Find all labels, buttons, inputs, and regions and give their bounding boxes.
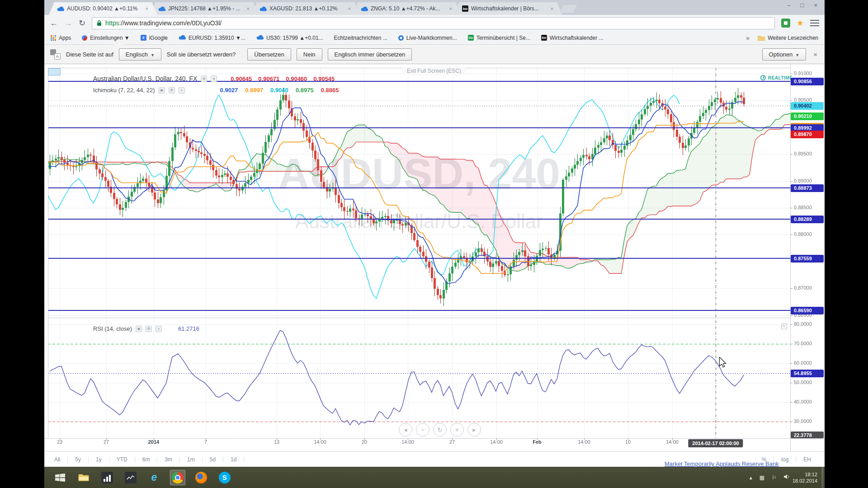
bookmark-item[interactable]: 8iGoogle <box>141 35 168 41</box>
gear-icon[interactable]: ⚙ <box>169 87 175 94</box>
bookmark-item[interactable]: US30: 15799 ▲+0.01... <box>256 35 323 41</box>
price-badge: 0.88289 <box>791 216 824 223</box>
axis-tick-label: 60.0000 <box>794 360 812 366</box>
chart-corner-widget[interactable] <box>48 68 61 75</box>
tab-close-icon[interactable]: × <box>550 6 554 11</box>
range-button[interactable]: YTD <box>109 456 135 463</box>
news-headline-link[interactable]: Market Temporarily Applauds Reserve Bank <box>665 460 779 467</box>
translate-icon: A <box>50 49 61 60</box>
time-axis[interactable]: 2327201471314:002014:002714:00Feb14:0010… <box>44 439 790 451</box>
rsi-clipped-badge: 22.3778 <box>791 432 824 438</box>
language-dropdown[interactable]: Englisch▼ <box>119 48 161 61</box>
browser-tab[interactable]: InvWirtschaftskalender | Börs...× <box>454 2 562 15</box>
range-button[interactable]: 5y <box>68 456 89 463</box>
extension-icon[interactable] <box>781 19 790 28</box>
always-translate-button[interactable]: Englisch immer übersetzen <box>328 48 412 61</box>
bookmark-item[interactable]: GoTerminübersicht | Se... <box>468 35 530 41</box>
chart-style-icon[interactable]: ▾ <box>211 75 217 82</box>
browser-tab[interactable]: XAGUSD: 21.813 ▲+0.12%× <box>251 2 360 15</box>
ohlc-value: 0.90545 <box>313 75 335 82</box>
scroll-left-button[interactable]: ◂ <box>399 423 412 436</box>
scale-button[interactable]: EH <box>796 456 818 463</box>
skype-taskbar-icon[interactable]: S <box>217 470 232 485</box>
bookmark-item[interactable]: Live-Marktkommen... <box>398 35 457 41</box>
realtime-badge: REALTIME <box>760 75 793 80</box>
browser-window: AUDUSD: 0.90402 ▲+0.11%×JPN225: 14768 ▲+… <box>44 0 825 64</box>
tab-close-icon[interactable]: × <box>145 6 149 11</box>
range-button[interactable]: 3m <box>157 456 180 463</box>
range-button[interactable]: 1d <box>223 456 244 463</box>
chrome-taskbar-icon[interactable] <box>170 470 185 485</box>
browser-tab[interactable]: JPN225: 14768 ▲+1.95% - ...× <box>150 2 259 15</box>
chart-nav-cluster: ◂−↻+▸ <box>399 423 481 436</box>
browser-tab[interactable]: AUDUSD: 0.90402 ▲+0.11%× <box>49 2 157 15</box>
https-lock-icon <box>97 20 102 26</box>
reload-icon[interactable]: ↻ <box>79 19 85 27</box>
bookmark-item[interactable]: Echtzeitnachrichten ... <box>334 35 387 41</box>
firefox-taskbar-icon[interactable] <box>193 470 209 485</box>
range-button[interactable]: 1y <box>89 456 109 463</box>
explorer-taskbar-icon[interactable] <box>76 470 91 485</box>
infobar-close-icon[interactable]: × <box>813 51 819 58</box>
rsi-label[interactable]: RSI (14, close) <box>93 325 132 332</box>
apps-grid-icon <box>51 35 56 41</box>
stats-taskbar-icon[interactable] <box>99 470 115 485</box>
range-button[interactable]: All <box>47 456 68 463</box>
range-button[interactable]: 5d <box>203 456 223 463</box>
forward-icon[interactable]: → <box>64 19 72 27</box>
time-tick-label: 10 <box>614 439 642 445</box>
show-desktop-button[interactable] <box>822 467 825 488</box>
other-bookmarks[interactable]: Weitere Lesezeichen <box>758 35 818 41</box>
scroll-right-button[interactable]: ▸ <box>467 423 481 436</box>
grid-icon[interactable]: ▦ <box>760 474 764 481</box>
new-tab-button[interactable] <box>559 5 577 13</box>
google-8-icon: 8 <box>141 35 146 41</box>
back-icon[interactable]: ← <box>50 19 58 27</box>
chart-settings-icon[interactable]: ⚙ <box>201 75 207 82</box>
time-tick-label: 14:00 <box>307 439 334 445</box>
tab-close-icon[interactable]: × <box>448 6 453 11</box>
zoom-out-button[interactable]: − <box>416 423 429 436</box>
speaker-icon[interactable] <box>784 474 790 481</box>
delete-icon[interactable]: × <box>156 326 162 332</box>
browser-tab[interactable]: ZNGA: 5.10 ▲+4.72% - Ak...× <box>353 2 461 15</box>
eye-icon[interactable]: ◉ <box>136 326 142 332</box>
bookmark-item[interactable]: EURUSD: 1.35910 ▼... <box>179 35 245 41</box>
address-bar[interactable]: https://www.tradingview.com/e/0DLyuO3l/ <box>92 17 775 29</box>
bookmark-star-icon[interactable]: ★ <box>797 19 804 27</box>
gear-icon[interactable]: ⚙ <box>146 326 152 332</box>
bookmark-item[interactable]: InvWirtschaftskalender ... <box>541 35 604 41</box>
go-green-icon: Go <box>468 35 474 41</box>
options-dropdown[interactable]: Optionen▼ <box>762 48 807 61</box>
chart-taskbar-icon[interactable] <box>123 470 138 485</box>
pane-maximize-icon[interactable]: ⇱ <box>781 324 787 329</box>
price-axis[interactable]: 0.910000.905000.895000.890000.885000.880… <box>790 64 825 452</box>
ichimoku-label[interactable]: Ichimoku (7, 22, 44, 22) <box>93 87 155 94</box>
taskbar-clock[interactable]: 18:12 18.02.2014 <box>793 471 817 484</box>
bookmark-apps[interactable]: Apps <box>51 35 71 41</box>
bookmark-item[interactable]: Einstellungen ▼ <box>82 35 129 41</box>
zoom-in-button[interactable]: + <box>450 423 464 436</box>
close-icon[interactable]: × <box>814 2 817 9</box>
flag-icon[interactable]: ⚐ <box>772 474 777 481</box>
eye-icon[interactable]: ◉ <box>159 87 165 94</box>
restore-icon[interactable]: □ <box>801 2 804 9</box>
chevron-up-icon[interactable]: ▴ <box>750 474 752 481</box>
start-taskbar-icon[interactable] <box>52 470 68 485</box>
translate-button[interactable]: Übersetzen <box>247 48 291 61</box>
chrome-menu-icon[interactable] <box>810 20 819 26</box>
tab-close-icon[interactable]: × <box>347 6 352 11</box>
delete-icon[interactable]: × <box>179 87 185 94</box>
ichimoku-value: 0.9027 <box>220 87 238 94</box>
time-tick-label: 14:00 <box>394 439 421 445</box>
bookmarks-overflow-icon[interactable]: » <box>746 34 750 42</box>
tab-close-icon[interactable]: × <box>246 6 250 11</box>
ie-taskbar-icon[interactable]: e <box>146 470 162 485</box>
reset-view-button[interactable]: ↻ <box>433 423 447 436</box>
minimize-icon[interactable]: – <box>787 2 790 9</box>
range-button[interactable]: 6m <box>135 456 158 463</box>
symbol-title[interactable]: Australian Dollar/U.S. Dollar, 240, FX <box>93 75 197 82</box>
range-button[interactable]: 1m <box>180 456 203 463</box>
no-button[interactable]: Nein <box>297 48 322 61</box>
time-tick-label: 14:00 <box>483 439 510 445</box>
